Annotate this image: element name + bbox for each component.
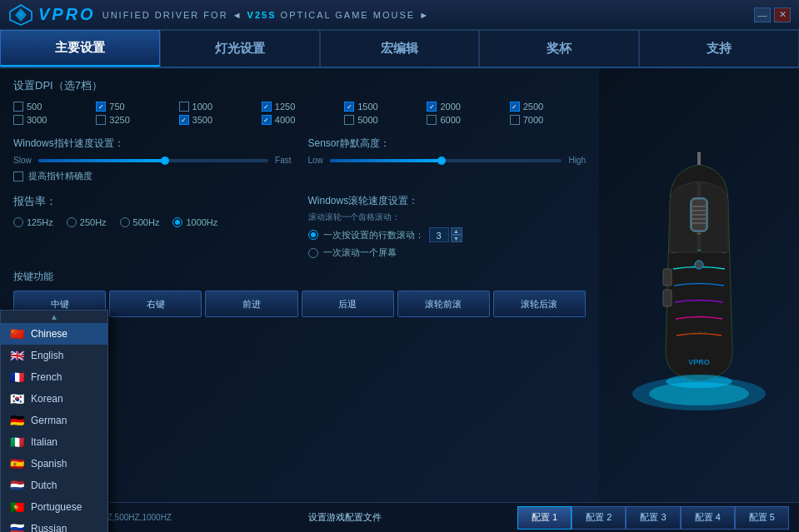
lang-flag-ko: 🇰🇷 — [9, 394, 24, 404]
lang-name-en: English — [31, 350, 63, 361]
dpi-item-3000[interactable]: 3000 — [13, 115, 89, 125]
dpi-item-3250[interactable]: 3250 — [96, 115, 172, 125]
spinner-up-button[interactable]: ▲ — [451, 227, 462, 235]
vpro-brand-text: VPRO — [38, 5, 96, 24]
lang-name-fr: French — [31, 371, 62, 383]
sensor-fill — [330, 159, 442, 162]
config-button-3[interactable]: 配置 3 — [626, 506, 680, 530]
lang-item-ko[interactable]: 🇰🇷Korean — [1, 388, 107, 410]
windows-pointer-fill — [38, 159, 165, 162]
windows-pointer-slider[interactable] — [38, 159, 268, 162]
dpi-item-1250[interactable]: 1250 — [262, 102, 337, 112]
enhance-precision-checkbox[interactable] — [13, 172, 23, 181]
lang-item-ru[interactable]: 🇷🇺Russian — [1, 518, 107, 532]
lang-item-en[interactable]: 🇬🇧English — [1, 345, 107, 366]
dpi-item-7000[interactable]: 7000 — [510, 115, 586, 125]
dpi-checkbox-2000[interactable] — [427, 102, 437, 112]
windows-pointer-thumb[interactable] — [161, 157, 169, 165]
rate-radio-500Hz[interactable] — [120, 217, 130, 227]
lang-name-zh: Chinese — [31, 328, 67, 340]
dpi-item-500[interactable]: 500 — [13, 102, 89, 112]
svg-rect-14 — [663, 269, 672, 286]
scroll-page-label: 一次滚动一个屏幕 — [323, 246, 397, 259]
config-button-5[interactable]: 配置 5 — [735, 506, 789, 530]
sensor-section: Sensor静默高度： Low High — [308, 137, 587, 182]
tab-awards[interactable]: 奖杯 — [479, 30, 639, 67]
dpi-checkbox-7000[interactable] — [510, 115, 520, 125]
tab-light-settings[interactable]: 灯光设置 — [160, 30, 320, 67]
dpi-checkbox-1000[interactable] — [179, 102, 189, 112]
dpi-checkbox-2500[interactable] — [510, 102, 520, 112]
dpi-checkbox-3500[interactable] — [179, 115, 189, 125]
dpi-checkbox-4000[interactable] — [262, 115, 272, 125]
rate-label-500Hz: 500Hz — [133, 217, 160, 227]
tab-main-settings[interactable]: 主要设置 — [0, 30, 160, 67]
lang-item-es[interactable]: 🇪🇸Spanish — [1, 453, 107, 475]
key-button-右键[interactable]: 右键 — [109, 291, 202, 317]
minimize-button[interactable]: — — [754, 7, 771, 22]
sensor-thumb[interactable] — [437, 157, 446, 165]
sensor-slider[interactable] — [330, 159, 562, 162]
rate-option-1000Hz[interactable]: 1000Hz — [172, 217, 217, 227]
dpi-checkbox-6000[interactable] — [427, 115, 437, 125]
rate-radio-125Hz[interactable] — [13, 217, 23, 227]
rate-option-125Hz[interactable]: 125Hz — [13, 217, 53, 227]
config-button-4[interactable]: 配置 4 — [681, 506, 735, 530]
dpi-checkbox-1250[interactable] — [262, 102, 272, 112]
close-button[interactable]: ✕ — [774, 7, 791, 22]
lang-name-es: Spanish — [31, 458, 67, 470]
lang-item-zh[interactable]: 🇨🇳Chinese — [1, 323, 107, 345]
dpi-item-1500[interactable]: 1500 — [344, 102, 420, 112]
lang-item-de[interactable]: 🇩🇪German — [1, 410, 107, 431]
dpi-label-3500: 3500 — [192, 115, 212, 125]
dpi-item-1000[interactable]: 1000 — [179, 102, 255, 112]
dpi-checkbox-1500[interactable] — [344, 102, 354, 112]
dpi-item-2000[interactable]: 2000 — [427, 102, 502, 112]
dpi-label-750: 750 — [109, 102, 124, 112]
svg-text:✦✦✦: ✦✦✦ — [691, 330, 708, 337]
scroll-lines-radio[interactable] — [308, 230, 318, 240]
windows-pointer-section: Windows指针速度设置： Slow Fast 提高指针精确度 — [13, 137, 292, 182]
dpi-title: 设置DPI（选7档） — [13, 78, 586, 93]
dpi-checkbox-3250[interactable] — [96, 115, 106, 125]
config-button-1[interactable]: 配置 1 — [517, 506, 572, 530]
dpi-item-750[interactable]: 750 — [96, 102, 172, 112]
dpi-item-3500[interactable]: 3500 — [179, 115, 255, 125]
vpro-logo: V VPRO — [8, 3, 96, 27]
config-button-2[interactable]: 配置 2 — [572, 506, 626, 530]
key-button-滚轮前滚[interactable]: 滚轮前滚 — [397, 291, 490, 317]
language-dropdown: ▲ 🇨🇳Chinese🇬🇧English🇫🇷French🇰🇷Korean🇩🇪Ge… — [0, 310, 108, 532]
dpi-checkbox-5000[interactable] — [344, 115, 354, 125]
dpi-label-3250: 3250 — [109, 115, 129, 125]
key-button-前进[interactable]: 前进 — [205, 291, 297, 317]
lang-scroll-up[interactable]: ▲ — [1, 311, 107, 323]
tab-support[interactable]: 支持 — [639, 30, 799, 67]
mouse-visual: ✦✦✦ VPRO — [624, 152, 774, 419]
rate-option-250Hz[interactable]: 250Hz — [67, 217, 107, 227]
key-button-滚轮后滚[interactable]: 滚轮后滚 — [493, 291, 586, 317]
dpi-item-6000[interactable]: 6000 — [427, 115, 502, 125]
tab-macro-edit[interactable]: 宏编辑 — [320, 30, 480, 67]
lang-item-fr[interactable]: 🇫🇷French — [1, 366, 107, 388]
windows-pointer-slider-container: Slow Fast — [13, 156, 292, 165]
lang-item-pt[interactable]: 🇵🇹Portuguese — [1, 496, 107, 518]
scroll-lines-value[interactable]: 3 — [429, 227, 449, 242]
rate-label-1000Hz: 1000Hz — [186, 217, 217, 227]
scroll-page-radio[interactable] — [308, 248, 318, 258]
lang-item-it[interactable]: 🇮🇹Italian — [1, 431, 107, 453]
dpi-item-2500[interactable]: 2500 — [510, 102, 586, 112]
dpi-item-5000[interactable]: 5000 — [344, 115, 420, 125]
rate-option-500Hz[interactable]: 500Hz — [120, 217, 160, 227]
lang-item-nl[interactable]: 🇳🇱Dutch — [1, 475, 107, 496]
key-assign-title: 按键功能 — [13, 270, 586, 284]
scroll-lines-option: 一次按设置的行数滚动： 3 ▲ ▼ — [308, 227, 587, 242]
rate-radio-1000Hz[interactable] — [172, 217, 182, 227]
dpi-checkbox-3000[interactable] — [13, 115, 23, 125]
dpi-item-4000[interactable]: 4000 — [262, 115, 337, 125]
save-label: 设置游戏配置文件 — [308, 511, 382, 524]
key-button-后退[interactable]: 后退 — [302, 291, 394, 317]
spinner-down-button[interactable]: ▼ — [451, 235, 462, 242]
rate-radio-250Hz[interactable] — [67, 217, 77, 227]
dpi-checkbox-500[interactable] — [13, 102, 23, 112]
dpi-checkbox-750[interactable] — [96, 102, 106, 112]
